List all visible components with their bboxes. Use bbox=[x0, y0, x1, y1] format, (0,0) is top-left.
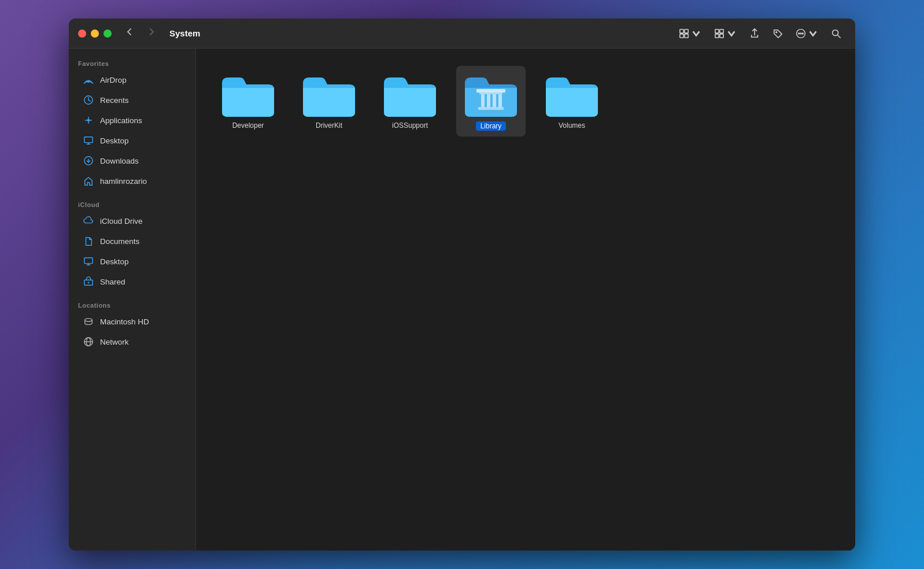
file-item-label: Library bbox=[476, 121, 507, 131]
documents-icon bbox=[83, 235, 94, 247]
maximize-button[interactable] bbox=[104, 29, 112, 38]
sidebar-item-label: hamlinrozario bbox=[100, 177, 147, 186]
grid-view-button[interactable] bbox=[674, 25, 706, 42]
share-button[interactable] bbox=[745, 25, 764, 42]
locations-section-title: Locations bbox=[69, 297, 195, 311]
sidebar-item-label: Network bbox=[100, 338, 129, 346]
shared-icon bbox=[83, 276, 94, 287]
svg-rect-4 bbox=[715, 29, 719, 32]
more-button[interactable] bbox=[791, 25, 823, 42]
sidebar-item-applications[interactable]: Applications bbox=[73, 110, 191, 130]
airdrop-icon bbox=[83, 74, 94, 86]
forward-button[interactable] bbox=[143, 24, 160, 42]
svg-rect-6 bbox=[715, 34, 719, 37]
sidebar-item-label: Shared bbox=[100, 278, 125, 286]
folder-icon-developer bbox=[222, 72, 274, 117]
applications-icon bbox=[83, 114, 94, 126]
minimize-button[interactable] bbox=[91, 29, 99, 38]
window-title: System bbox=[169, 28, 200, 38]
svg-point-12 bbox=[802, 33, 803, 34]
svg-rect-37 bbox=[487, 94, 490, 107]
svg-point-19 bbox=[87, 119, 90, 122]
icloud-section-title: iCloud bbox=[69, 197, 195, 210]
file-item-volumes[interactable]: Volumes bbox=[537, 66, 607, 136]
close-button[interactable] bbox=[78, 29, 86, 38]
svg-point-13 bbox=[833, 29, 838, 35]
svg-rect-5 bbox=[720, 29, 723, 32]
folder-icon-volumes bbox=[546, 72, 598, 117]
file-area: Developer DriverKit bbox=[196, 49, 855, 550]
back-button[interactable] bbox=[121, 24, 138, 42]
sidebar-item-icloud-desktop[interactable]: Desktop bbox=[73, 252, 191, 271]
recents-icon bbox=[83, 94, 94, 106]
svg-rect-40 bbox=[478, 107, 504, 110]
sidebar-item-label: iCloud Drive bbox=[100, 217, 143, 226]
svg-rect-1 bbox=[685, 29, 688, 32]
folder-icon-driverkit bbox=[303, 72, 355, 117]
group-view-button[interactable] bbox=[709, 25, 741, 42]
svg-point-30 bbox=[85, 319, 93, 322]
main-content: Favorites AirDrop bbox=[69, 49, 855, 550]
sidebar-item-downloads[interactable]: Downloads bbox=[73, 151, 191, 171]
file-item-label: iOSSupport bbox=[392, 121, 428, 130]
sidebar-item-label: AirDrop bbox=[100, 76, 127, 84]
svg-rect-2 bbox=[680, 34, 683, 37]
svg-point-8 bbox=[776, 31, 777, 32]
sidebar-item-home[interactable]: hamlinrozario bbox=[73, 171, 191, 191]
svg-rect-39 bbox=[498, 94, 502, 107]
svg-rect-34 bbox=[476, 89, 505, 93]
svg-rect-0 bbox=[680, 29, 683, 32]
tag-button[interactable] bbox=[768, 25, 788, 42]
sidebar-item-label: Recents bbox=[100, 96, 129, 105]
file-item-label: DriverKit bbox=[316, 121, 342, 130]
sidebar-item-label: Desktop bbox=[100, 136, 129, 145]
sidebar-item-label: Macintosh HD bbox=[100, 317, 149, 326]
sidebar-item-label: Documents bbox=[100, 237, 139, 246]
sidebar-item-desktop[interactable]: Desktop bbox=[73, 131, 191, 150]
downloads-icon bbox=[83, 155, 94, 167]
toolbar: System bbox=[121, 24, 846, 42]
harddisk-icon bbox=[83, 316, 94, 327]
file-item-library[interactable]: Library bbox=[456, 66, 526, 136]
file-item-label: Volumes bbox=[559, 121, 585, 130]
svg-rect-25 bbox=[84, 258, 93, 264]
icloud-icon bbox=[83, 215, 94, 227]
desktop-icloud-icon bbox=[83, 256, 94, 267]
sidebar-item-label: Desktop bbox=[100, 257, 129, 266]
svg-rect-7 bbox=[720, 34, 723, 37]
folder-icon-iossupport bbox=[384, 72, 436, 117]
favorites-section-title: Favorites bbox=[69, 56, 195, 69]
file-grid: Developer DriverKit bbox=[213, 66, 838, 136]
sidebar-item-recents[interactable]: Recents bbox=[73, 90, 191, 110]
file-item-developer[interactable]: Developer bbox=[213, 66, 283, 136]
svg-rect-35 bbox=[479, 93, 502, 94]
folder-icon-library bbox=[465, 72, 517, 117]
toolbar-left: System bbox=[121, 24, 200, 42]
titlebar: System bbox=[69, 19, 855, 49]
svg-rect-38 bbox=[493, 94, 496, 107]
svg-point-29 bbox=[88, 282, 90, 283]
sidebar: Favorites AirDrop bbox=[69, 49, 196, 550]
svg-point-11 bbox=[800, 33, 801, 34]
sidebar-item-macintosh-hd[interactable]: Macintosh HD bbox=[73, 312, 191, 331]
finder-window: System bbox=[69, 19, 855, 550]
toolbar-right bbox=[674, 25, 846, 42]
svg-rect-3 bbox=[685, 34, 688, 37]
sidebar-item-icloud-drive[interactable]: iCloud Drive bbox=[73, 211, 191, 231]
sidebar-item-label: Downloads bbox=[100, 157, 139, 165]
svg-point-10 bbox=[799, 33, 800, 34]
svg-rect-36 bbox=[481, 94, 485, 107]
svg-rect-20 bbox=[84, 137, 93, 143]
home-icon bbox=[83, 175, 94, 187]
search-button[interactable] bbox=[826, 25, 846, 42]
file-item-iossupport[interactable]: iOSSupport bbox=[375, 66, 445, 136]
sidebar-item-network[interactable]: Network bbox=[73, 332, 191, 352]
network-icon bbox=[83, 336, 94, 348]
svg-line-14 bbox=[838, 35, 841, 37]
sidebar-item-airdrop[interactable]: AirDrop bbox=[73, 70, 191, 90]
sidebar-item-shared[interactable]: Shared bbox=[73, 272, 191, 291]
sidebar-item-documents[interactable]: Documents bbox=[73, 231, 191, 251]
sidebar-item-label: Applications bbox=[100, 116, 142, 125]
file-item-label: Developer bbox=[232, 121, 264, 130]
file-item-driverkit[interactable]: DriverKit bbox=[294, 66, 364, 136]
